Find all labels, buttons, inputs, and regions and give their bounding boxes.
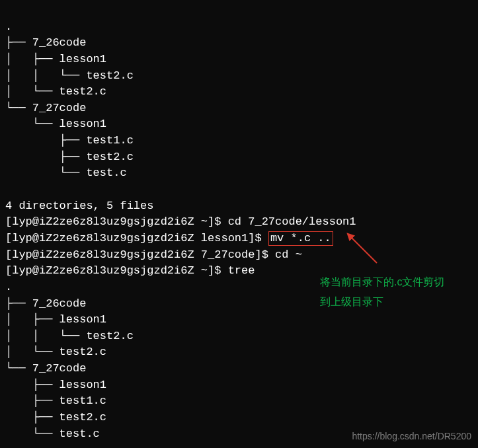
tree-line: │ └── test2.c: [5, 85, 106, 98]
tree-line: │ ├── lesson1: [5, 313, 106, 326]
tree-root-1: .: [5, 20, 12, 33]
shell-command[interactable]: cd 7_27code/lesson1: [228, 215, 356, 228]
tree-line: └── test.c: [5, 428, 100, 440]
tree-line: └── lesson1: [5, 118, 106, 130]
tree-line: ├── test1.c: [5, 394, 106, 407]
shell-prompt: [lyp@iZ2ze6z8l3uz9gsjgzd2i6Z lesson1]$: [5, 232, 268, 244]
tree-line: └── 7_27code: [5, 102, 86, 114]
tree-line: ├── test1.c: [5, 134, 134, 147]
tree-line: ├── test2.c: [5, 151, 134, 163]
shell-command[interactable]: cd ~: [275, 248, 302, 261]
tree-line: ├── 7_26code: [5, 36, 86, 49]
shell-prompt: [lyp@iZ2ze6z8l3uz9gsjgzd2i6Z ~]$: [5, 264, 228, 277]
shell-prompt: [lyp@iZ2ze6z8l3uz9gsjgzd2i6Z ~]$: [5, 215, 228, 228]
highlighted-command[interactable]: mv *.c ..: [268, 231, 333, 246]
tree-root-2: .: [5, 281, 12, 293]
tree-line: ├── test2.c: [5, 411, 106, 424]
tree-line: ├── 7_26code: [5, 297, 86, 310]
tree-line: │ │ └── test2.c: [5, 330, 134, 342]
tree-line: ├── lesson1: [5, 379, 106, 391]
tree-line: └── 7_27code: [5, 362, 86, 375]
terminal-output: . ├── 7_26code │ ├── lesson1 │ │ └── tes…: [0, 0, 478, 445]
tree-line: │ ├── lesson1: [5, 53, 106, 65]
tree-summary: 4 directories, 5 files: [5, 200, 153, 212]
annotation-line2: 到上级目录下: [320, 292, 444, 312]
annotation-label: 将当前目录下的.c文件剪切 到上级目录下: [320, 272, 444, 313]
tree-line: │ │ └── test2.c: [5, 69, 134, 82]
shell-command[interactable]: tree: [228, 264, 255, 277]
tree-line: │ └── test2.c: [5, 346, 106, 358]
shell-prompt: [lyp@iZ2ze6z8l3uz9gsjgzd2i6Z 7_27code]$: [5, 248, 275, 261]
tree-line: └── test.c: [5, 167, 127, 179]
annotation-line1: 将当前目录下的.c文件剪切: [320, 272, 444, 292]
watermark-text: https://blog.csdn.net/DR5200: [352, 429, 471, 443]
